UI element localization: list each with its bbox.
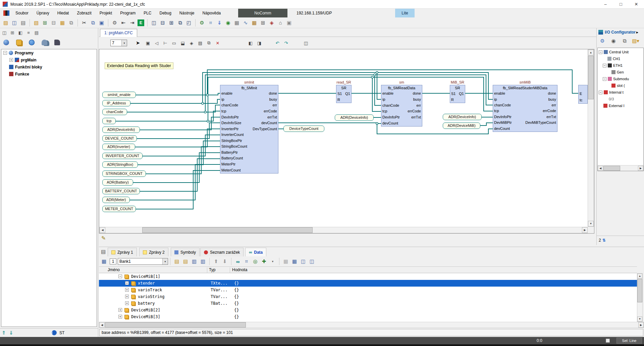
collapse-icon[interactable]: − bbox=[599, 91, 602, 94]
minimize-button[interactable]: – bbox=[598, 0, 613, 8]
function-blocks-group-icon[interactable] bbox=[13, 38, 24, 47]
duplicate-tool-icon[interactable]: ⧉ bbox=[205, 39, 213, 47]
variable-value[interactable]: {} bbox=[234, 294, 239, 299]
block-pin[interactable]: R bbox=[451, 98, 454, 102]
io-refresh-icon[interactable]: ◉ bbox=[608, 36, 619, 46]
block-pin[interactable]: chanCode bbox=[382, 104, 399, 107]
topology-icon[interactable]: ⌗ bbox=[242, 257, 251, 266]
block-pin[interactable]: BatteryPtr bbox=[221, 151, 238, 154]
constant-tool-icon[interactable]: ⬓ bbox=[179, 39, 187, 47]
block-pin[interactable]: DevMiBPtr bbox=[494, 121, 512, 125]
io-tree-item[interactable]: CH1 bbox=[607, 55, 620, 62]
comment-note[interactable]: Extended Data Reading with Studer bbox=[105, 62, 173, 69]
split-view-icon[interactable]: ◫ bbox=[302, 39, 310, 47]
input-label[interactable]: ADR(DeviceMiB) bbox=[443, 122, 480, 129]
block-pin[interactable]: enable bbox=[382, 92, 393, 95]
expand-icon[interactable]: + bbox=[125, 295, 129, 298]
find-block-icon[interactable]: ◧ bbox=[247, 39, 255, 47]
expand-icon[interactable]: + bbox=[125, 301, 129, 305]
redo-icon[interactable]: ↷ bbox=[282, 39, 290, 47]
block-pin[interactable]: done bbox=[413, 92, 421, 95]
menu-debug[interactable]: Debug bbox=[155, 9, 175, 17]
block-pin[interactable]: errCode bbox=[408, 109, 421, 113]
block-pin[interactable]: done bbox=[269, 92, 277, 95]
open-project-icon[interactable]: ▨ bbox=[1, 18, 10, 27]
block-pin[interactable]: Q1 bbox=[345, 92, 350, 96]
prev-window-icon[interactable]: ⇤ bbox=[119, 18, 128, 27]
input-label[interactable]: ADR(Inverter) bbox=[102, 144, 135, 150]
tile-windows-icon[interactable]: ⊞ bbox=[9, 29, 16, 36]
block-pin[interactable]: devCount bbox=[261, 121, 277, 125]
block-pin[interactable]: S1 bbox=[337, 92, 342, 96]
vscroll-thumb[interactable] bbox=[637, 279, 642, 302]
paste-icon[interactable]: ▣ bbox=[97, 18, 106, 27]
input-label[interactable]: ADR(DeviceInfo) bbox=[335, 114, 374, 121]
block-pin[interactable]: enable bbox=[494, 92, 505, 95]
menu-soubor[interactable]: Soubor bbox=[11, 9, 33, 17]
cfc-canvas[interactable]: Extended Data Reading with Studer smInit… bbox=[99, 49, 594, 234]
io-tree-item[interactable]: slot ( bbox=[611, 82, 625, 89]
pointer-tool-icon[interactable]: ➤ bbox=[134, 39, 142, 47]
table-row[interactable]: + varioTrack TVar... {} bbox=[99, 287, 637, 293]
undo-icon[interactable]: ↶ bbox=[273, 39, 281, 47]
function-block-MiB-SR[interactable]: SR S1Q1 R bbox=[450, 85, 465, 103]
block-pin[interactable]: InverterCount bbox=[221, 133, 244, 137]
scroll-up-icon[interactable]: ▲ bbox=[637, 274, 642, 279]
scroll-right-icon[interactable]: ▶ bbox=[638, 322, 644, 328]
add-watch-icon[interactable]: ◎ bbox=[251, 257, 260, 266]
block-pin[interactable]: err bbox=[273, 103, 277, 107]
menu-plc[interactable]: PLC bbox=[140, 9, 155, 17]
block-pin[interactable]: tcp bbox=[494, 109, 499, 113]
editor-tab[interactable]: 1: prgMain.CFC bbox=[100, 29, 137, 37]
tree-item-funkcni-bloky[interactable]: Funkční bloky bbox=[1, 63, 97, 70]
factory-icon[interactable] bbox=[52, 38, 62, 47]
table-row[interactable]: − DeviceMiB[1] bbox=[99, 273, 637, 280]
table-hscrollbar[interactable]: ◀ ▶ bbox=[99, 322, 644, 328]
grid-on-icon[interactable]: ▦ bbox=[290, 257, 299, 266]
maximize-button[interactable]: □ bbox=[613, 0, 629, 8]
block-pin[interactable]: BatteryCount bbox=[221, 156, 243, 160]
function-block-read-SR[interactable]: SR S1Q1 R bbox=[336, 85, 352, 103]
collapse-icon[interactable]: − bbox=[603, 64, 606, 67]
block-pin[interactable]: tcp bbox=[382, 109, 387, 113]
menu-program[interactable]: Program bbox=[116, 9, 140, 17]
scroll-up-icon[interactable]: ▲ bbox=[588, 50, 594, 55]
library-icon[interactable]: ▣ bbox=[285, 18, 293, 27]
add-item-icon[interactable]: ⊞ bbox=[41, 18, 49, 27]
block-pin[interactable]: chanCode bbox=[494, 103, 511, 107]
vscroll-thumb[interactable] bbox=[588, 56, 594, 99]
window-layout-1-icon[interactable]: ◫ bbox=[150, 18, 158, 27]
input-label[interactable]: ADR(DeviceInfo) bbox=[102, 127, 140, 133]
find-connection-icon[interactable]: ◨ bbox=[255, 39, 263, 47]
block-pin[interactable]: ip bbox=[382, 98, 385, 101]
table-row[interactable]: + DeviceMiB[2] {} bbox=[99, 307, 637, 313]
menu-hledat[interactable]: Hledat bbox=[53, 9, 73, 17]
function-block-smInit[interactable]: fb_SMInit enabledone ipbusy chanCodeerr … bbox=[220, 85, 278, 174]
move-down-icon[interactable]: ⇓ bbox=[7, 330, 15, 336]
column-header[interactable]: Jméno bbox=[108, 267, 120, 272]
scroll-down-icon[interactable]: ▼ bbox=[588, 221, 594, 227]
block-pin[interactable]: InverterPtr bbox=[221, 127, 238, 131]
project-manager-icon[interactable]: ▧ bbox=[32, 18, 41, 27]
input-label[interactable]: ADR(Meter) bbox=[102, 197, 130, 203]
output-port-tool-icon[interactable]: ▭ bbox=[170, 39, 178, 47]
pc-monitor-icon[interactable]: ⌂ bbox=[276, 18, 285, 27]
view-2-icon[interactable]: ◫ bbox=[308, 257, 316, 266]
refresh-table-icon[interactable]: ▦ bbox=[100, 257, 108, 266]
tab-zpravy1[interactable]: Zprávy 1 bbox=[108, 248, 137, 256]
watch-menu-arrow-icon[interactable]: ▼ bbox=[268, 257, 277, 266]
bank-clear-icon[interactable]: ▥ bbox=[199, 257, 207, 266]
block-pin[interactable]: StringBoxCount bbox=[221, 145, 247, 148]
users-icon[interactable] bbox=[39, 38, 50, 47]
input-label[interactable]: STRINGBOX_COUNT bbox=[102, 170, 146, 177]
function-block-sm[interactable]: fb_SMReadData enabledone ipbusy chanCode… bbox=[381, 85, 422, 127]
scroll-left-icon[interactable]: ◀ bbox=[598, 166, 603, 171]
grid-off-icon[interactable]: ▦ bbox=[281, 257, 290, 266]
watch-glasses-icon[interactable]: ∞ bbox=[233, 257, 242, 266]
block-pin[interactable]: DevTypeCount bbox=[253, 127, 277, 131]
input-label[interactable]: tcp bbox=[102, 118, 116, 124]
io-tree-item[interactable]: External I bbox=[603, 102, 624, 109]
input-port-tool-icon[interactable]: ◁ bbox=[153, 39, 161, 47]
block-pin[interactable]: enable bbox=[221, 92, 232, 95]
grid-icon[interactable]: ▦ bbox=[250, 18, 259, 27]
